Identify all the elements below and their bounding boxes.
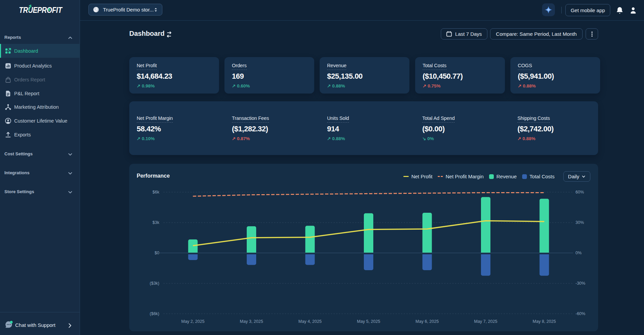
svg-text:May 5, 2025: May 5, 2025 [357,319,380,324]
svg-text:($6k): ($6k) [150,311,159,316]
svg-text:May 8, 2025: May 8, 2025 [533,319,556,324]
svg-text:May 3, 2025: May 3, 2025 [240,319,263,324]
svg-text:30%: 30% [575,220,584,225]
svg-text:($3k): ($3k) [150,281,159,286]
svg-text:May 7, 2025: May 7, 2025 [474,319,498,324]
svg-text:$0: $0 [155,251,159,255]
svg-text:60%: 60% [575,190,584,195]
svg-text:-60%: -60% [575,311,585,316]
svg-text:May 6, 2025: May 6, 2025 [415,319,439,324]
svg-text:$6k: $6k [153,190,160,195]
svg-text:May 2, 2025: May 2, 2025 [181,319,205,324]
svg-text:May 4, 2025: May 4, 2025 [298,319,322,324]
svg-text:$3k: $3k [153,220,160,225]
svg-text:-30%: -30% [575,281,585,286]
svg-text:0%: 0% [575,251,582,255]
